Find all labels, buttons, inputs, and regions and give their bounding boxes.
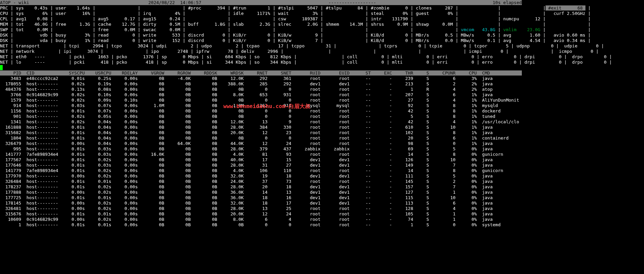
stat-line: DSK | vda | busy 1% | read 0 | write 152…: [0, 38, 644, 43]
process-row[interactable]: 484376 host-------- 0.13s 0.08s 0.00s 0B…: [0, 87, 644, 92]
process-row[interactable]: 178055 host-------- 0.02s 0.19s 0.00s 0B…: [0, 81, 644, 87]
process-row[interactable]: 177888 host-------- 0.00s 0.02s 0.00s 0B…: [0, 190, 644, 195]
stat-line: NET | network | ipi 3074 | | ipo 2748 | …: [0, 49, 644, 54]
process-row[interactable]: 178145 host-------- 0.00s 0.02s 0.00s 0B…: [0, 201, 644, 206]
process-row[interactable]: 178237 host-------- 0.01s 0.02s 0.00s 0B…: [0, 184, 644, 190]
process-row[interactable]: 161888 host-------- 0.01s 0.04s 0.00s 0B…: [0, 125, 644, 130]
process-row[interactable]: 1341 host-------- 0.02s 0.04s 0.00s 0B 0…: [0, 119, 644, 125]
process-row[interactable]: 1156 host-------- 0.01s 0.07s 0.00s 0B 0…: [0, 108, 644, 114]
process-row[interactable]: 901 host-------- 0.02s 0.05s 0.00s 0B 0B…: [0, 114, 644, 119]
stat-line: DSK | vdb | busy 3% | read 0 | write 533…: [0, 33, 644, 38]
process-row[interactable]: 177725 host-------- 0.01s 0.01s 0.00s 0B…: [0, 195, 644, 201]
process-row[interactable]: 1579 host-------- 0.02s 0.09s 0.10s 0B 0…: [0, 98, 644, 103]
stat-line: SWP | tot 0.0M | | free 0.0M | swcac 0.0…: [0, 27, 644, 33]
process-row[interactable]: 1804 host-------- 0.01s 0.04s 0.00s 0B 0…: [0, 135, 644, 141]
stat-line: PRC | sys 0.43s | user 1.64s | | | #proc…: [0, 5, 644, 11]
process-row[interactable]: 141777 7afe898934e4 0.01s 0.03s 0.00s 16…: [0, 152, 644, 157]
stat-line: CPL | avg1 0.08 | | avg5 0.17 | avg15 0.…: [0, 16, 644, 22]
process-row[interactable]: 3766 0c9146829c99 0.02s 0.10s 0.00s 0B 0…: [0, 92, 644, 98]
stat-line: NET | eth0 ---- | pcki 1663 | pcko 1376 …: [0, 54, 644, 60]
process-row[interactable]: 914 host-------- 0.03s 0.07s 0.00s 1.0M …: [0, 103, 644, 108]
header-line: ATOP - wiki 2024/08/22 14:06:57 --------…: [0, 0, 644, 5]
process-row[interactable]: 326481 host-------- 0.00s 0.02s 0.00s 0B…: [0, 206, 644, 211]
process-row[interactable]: 326484 host-------- 0.01s 0.01s 0.00s 0B…: [0, 179, 644, 184]
stat-line: CPU | sys 6% | user 16% | | irq 4% | | i…: [0, 11, 644, 16]
stat-line: NET | transport | tcpi 2994 | tcpo 3024 …: [0, 43, 644, 49]
cursor-line: [0, 65, 644, 70]
process-row[interactable]: 177646 host-------- 0.01s 0.03s 0.00s 0B…: [0, 163, 644, 168]
process-row[interactable]: 995 host-------- 0.01s 0.03s 0.00s 0B 0B…: [0, 146, 644, 152]
columns-header: PID CID SYSCPU USRCPU RDELAY VGROW RGROW…: [0, 70, 644, 76]
stat-line: NET | lo ---- | pcki 418 | pcko 418 | sp…: [0, 60, 644, 65]
process-row[interactable]: 1 host-------- 0.01s 0.01s 0.00s 0B 0B 0…: [0, 222, 644, 228]
process-row[interactable]: 177970 host-------- 0.00s 0.02s 0.00s 0B…: [0, 173, 644, 179]
watermark: www.benmeidashu.com-白眉大叔: [223, 104, 310, 109]
process-row[interactable]: 3483 e48cccc92ca2 0.01s 0.25s 0.00s 0B -…: [0, 76, 644, 81]
process-row[interactable]: 326479 host-------- 0.00s 0.04s 0.00s 0B…: [0, 141, 644, 146]
stat-line: MEM | tot 46.0G | free 1.3G | cache 12.7…: [0, 22, 644, 27]
process-row[interactable]: 177567 host-------- 0.01s 0.02s 0.00s 0B…: [0, 157, 644, 163]
process-row[interactable]: 10609 0c9146829c99 0.00s 0.02s 0.00s 0B …: [0, 217, 644, 222]
process-row[interactable]: 315682 host-------- 0.01s 0.04s 0.00s 0B…: [0, 130, 644, 135]
process-row[interactable]: 315676 host-------- 0.01s 0.01s 0.00s 0B…: [0, 211, 644, 217]
process-row[interactable]: 141779 7afe898934e4 0.01s 0.02s 0.00s 0B…: [0, 168, 644, 173]
